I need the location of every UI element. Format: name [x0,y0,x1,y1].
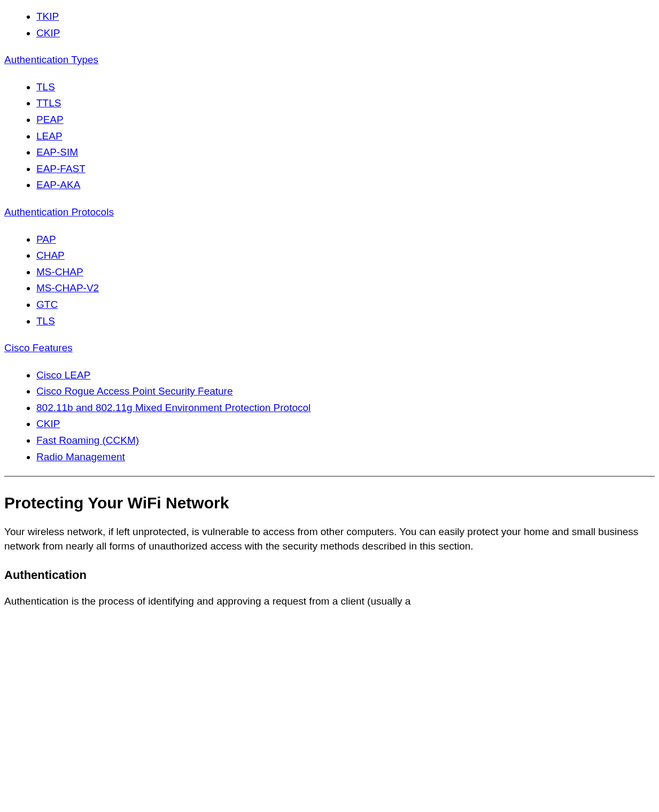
list-item: TTLS [36,96,655,111]
list-item: CKIP [36,26,655,41]
link-gtc[interactable]: GTC [36,299,58,310]
link-fast-roaming[interactable]: Fast Roaming (CCKM) [36,435,139,446]
link-eap-fast[interactable]: EAP-FAST [36,163,86,174]
link-cisco-rogue[interactable]: Cisco Rogue Access Point Security Featur… [36,385,233,397]
list-item: Fast Roaming (CCKM) [36,434,655,448]
list-item: PAP [36,233,655,247]
link-peap[interactable]: PEAP [36,114,64,125]
link-cisco-leap[interactable]: Cisco LEAP [36,369,90,381]
list-item: MS-CHAP-V2 [36,281,655,296]
link-eap-aka[interactable]: EAP-AKA [36,179,80,190]
list-item: GTC [36,298,655,312]
link-ms-chap[interactable]: MS-CHAP [36,266,83,277]
heading-protecting: Protecting Your WiFi Network [4,492,655,514]
list-item: LEAP [36,129,655,144]
link-ckip[interactable]: CKIP [36,27,60,38]
heading-authentication: Authentication [4,567,655,584]
para-authentication: Authentication is the process of identif… [4,594,655,609]
list-item: TLS [36,80,655,95]
list-1: TKIP CKIP [4,10,655,40]
link-tls-2[interactable]: TLS [36,315,55,327]
link-radio-management[interactable]: Radio Management [36,451,125,462]
list-item: TKIP [36,10,655,24]
link-tls[interactable]: TLS [36,81,55,92]
list-item: MS-CHAP [36,265,655,280]
link-chap[interactable]: CHAP [36,250,65,261]
list-auth-protocols: PAP CHAP MS-CHAP MS-CHAP-V2 GTC TLS [4,233,655,329]
link-pap[interactable]: PAP [36,234,56,245]
divider [4,476,655,477]
link-authentication-types[interactable]: Authentication Types [4,53,655,67]
list-item: CHAP [36,249,655,263]
list-cisco-features: Cisco LEAP Cisco Rogue Access Point Secu… [4,368,655,465]
link-ckip-2[interactable]: CKIP [36,418,60,429]
list-item: PEAP [36,113,655,127]
link-80211-mixed[interactable]: 802.11b and 802.11g Mixed Environment Pr… [36,402,311,413]
list-item: EAP-FAST [36,162,655,176]
list-item: TLS [36,314,655,329]
link-ms-chap-v2[interactable]: MS-CHAP-V2 [36,282,99,293]
link-tkip[interactable]: TKIP [36,11,59,22]
list-auth-types: TLS TTLS PEAP LEAP EAP-SIM EAP-FAST EAP-… [4,80,655,192]
list-item: Radio Management [36,450,655,465]
link-ttls[interactable]: TTLS [36,97,61,109]
list-item: 802.11b and 802.11g Mixed Environment Pr… [36,401,655,415]
list-item: Cisco Rogue Access Point Security Featur… [36,384,655,399]
list-item: CKIP [36,417,655,431]
link-eap-sim[interactable]: EAP-SIM [36,146,78,158]
list-item: Cisco LEAP [36,368,655,383]
para-protecting: Your wireless network, if left unprotect… [4,525,655,553]
list-item: EAP-SIM [36,145,655,160]
link-authentication-protocols[interactable]: Authentication Protocols [4,205,655,220]
link-cisco-features[interactable]: Cisco Features [4,341,655,355]
list-item: EAP-AKA [36,178,655,192]
link-leap[interactable]: LEAP [36,130,63,142]
